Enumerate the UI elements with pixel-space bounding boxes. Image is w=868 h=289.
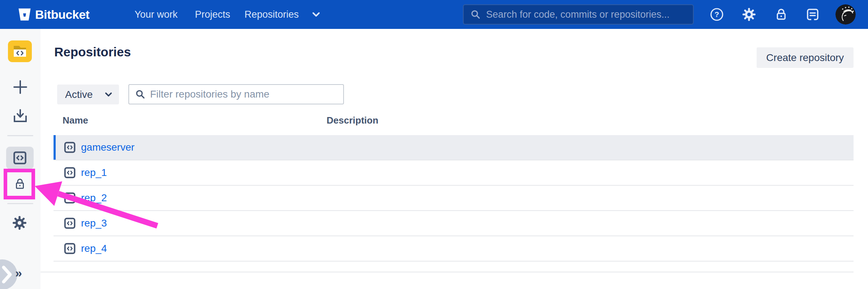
bitbucket-logo-icon[interactable] — [17, 8, 32, 21]
search-icon — [470, 9, 481, 20]
chevron-down-icon — [105, 92, 112, 97]
repository-icon — [64, 141, 76, 154]
repository-icon — [64, 217, 76, 229]
column-header-description: Description — [327, 115, 378, 126]
repository-icon — [64, 192, 76, 204]
column-header-name: Name — [63, 115, 88, 126]
global-search-input[interactable] — [486, 9, 686, 20]
table-row-rep-2[interactable]: rep_2 — [54, 186, 854, 211]
bitbucket-repositories-page: Bitbucket Your work Projects Repositorie… — [0, 0, 868, 289]
page-title: Repositories — [54, 45, 131, 59]
sidebar-item-security[interactable] — [6, 173, 34, 195]
repository-link[interactable]: rep_4 — [81, 243, 107, 254]
chevron-right-icon — [0, 259, 17, 289]
lock-icon[interactable] — [774, 7, 788, 22]
settings-gear-icon[interactable] — [12, 215, 27, 230]
user-avatar[interactable] — [835, 4, 856, 25]
nav-repositories[interactable]: Repositories — [244, 0, 299, 29]
global-search[interactable] — [463, 4, 694, 25]
bitbucket-brand-text[interactable]: Bitbucket — [35, 0, 89, 29]
repository-icon — [64, 167, 76, 179]
repository-link[interactable]: gameserver — [81, 142, 135, 153]
chevron-down-icon[interactable] — [312, 12, 320, 17]
table-row-rep-4[interactable]: rep_4 — [54, 236, 854, 262]
sidebar-divider — [7, 135, 33, 136]
repository-table: gameserver rep_1 rep_2 — [54, 135, 854, 262]
table-row-rep-3[interactable]: rep_3 — [54, 211, 854, 236]
sidebar-divider — [7, 203, 33, 204]
expand-sidebar-button[interactable] — [0, 259, 17, 289]
svg-text:?: ? — [715, 10, 719, 18]
create-plus-icon[interactable] — [13, 79, 28, 95]
repository-icon — [64, 242, 76, 255]
sidebar-item-source-selected[interactable] — [6, 147, 34, 169]
download-icon[interactable] — [13, 108, 28, 124]
repository-filter-input[interactable] — [150, 89, 337, 100]
expand-sidebar-chevrons[interactable]: » — [15, 266, 22, 280]
repository-link[interactable]: rep_1 — [81, 167, 107, 178]
create-repository-button[interactable]: Create repository — [757, 47, 854, 68]
project-avatar[interactable] — [8, 40, 32, 62]
help-icon[interactable]: ? — [710, 7, 724, 22]
lock-icon — [13, 177, 27, 191]
project-folder-code-icon — [11, 43, 29, 59]
table-bottom-border — [41, 272, 854, 272]
feedback-icon[interactable] — [805, 7, 820, 22]
main-content: Repositories Create repository Active Na… — [41, 29, 868, 289]
code-icon — [13, 151, 27, 165]
search-icon — [135, 89, 146, 100]
table-row-rep-1[interactable]: rep_1 — [54, 160, 854, 186]
repository-filter-field[interactable] — [128, 84, 344, 104]
repository-link[interactable]: rep_2 — [81, 192, 107, 204]
top-navigation-bar: Bitbucket Your work Projects Repositorie… — [0, 0, 868, 29]
nav-your-work[interactable]: Your work — [135, 0, 178, 29]
status-filter-value: Active — [65, 89, 105, 100]
nav-projects[interactable]: Projects — [195, 0, 230, 29]
repository-link[interactable]: rep_3 — [81, 217, 107, 229]
table-row-gameserver[interactable]: gameserver — [54, 135, 854, 160]
left-sidebar: » — [0, 29, 41, 289]
status-filter-dropdown[interactable]: Active — [57, 85, 119, 104]
settings-gear-icon[interactable] — [742, 7, 756, 22]
